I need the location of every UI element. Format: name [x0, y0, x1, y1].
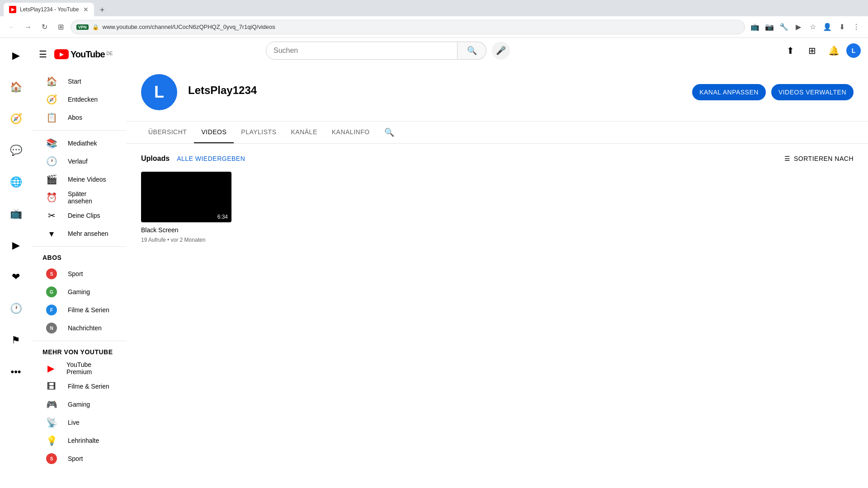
manage-videos-button[interactable]: VIDEOS VERWALTEN [771, 84, 854, 100]
apps-button[interactable]: ⊞ [803, 42, 821, 60]
channel-tabs: ÜBERSICHT VIDEOS PLAYLISTS KANÄLE KANALI… [127, 122, 868, 144]
topbar-right: ⬆ ⊞ 🔔 L [781, 42, 861, 60]
sidebar-item-meine-videos[interactable]: 🎬 Meine Videos [35, 170, 123, 188]
menu-button[interactable]: ⋮ [850, 21, 863, 33]
strip-item-history[interactable]: 🕐 [1, 293, 30, 324]
strip-item-heart[interactable]: ❤ [1, 261, 30, 293]
cast-button[interactable]: 📺 [749, 21, 761, 33]
profile-button[interactable]: 👤 [821, 21, 834, 33]
sidebar-mehr-section: MEHR VON YOUTUBE ▶ YouTube Premium 🎞 Fil… [32, 341, 127, 471]
play-all-button[interactable]: ALLE WIEDERGEBEN [177, 155, 245, 162]
vpn-badge: VPN [76, 24, 89, 30]
sidebar-item-verlauf[interactable]: 🕐 Verlauf [35, 152, 123, 170]
notifications-button[interactable]: 🔔 [825, 42, 843, 60]
sort-button[interactable]: ☰ SORTIEREN NACH [784, 155, 854, 162]
sidebar-item-abos[interactable]: 📋 Abos [35, 108, 123, 127]
screenshot-button[interactable]: 📷 [763, 21, 776, 33]
sidebar-item-mehr-ansehen[interactable]: ▾ Mehr ansehen [35, 225, 123, 243]
sidebar-label-lehrinhalte: Lehrinhalte [68, 437, 99, 444]
bookmark-button[interactable]: ☆ [807, 21, 819, 33]
sidebar-label-sport: Sport [68, 270, 83, 277]
sidebar-item-mediathek[interactable]: 📚 Mediathek [35, 134, 123, 152]
sidebar-item-live[interactable]: 📡 Live [35, 413, 123, 432]
address-bar[interactable]: VPN 🔒 www.youtube.com/channel/UCocN6zQPH… [71, 20, 745, 34]
video-card-0[interactable]: 6:34 Black Screen 19 Aufrufe • vor 2 Mon… [141, 172, 231, 247]
mehr-section-title: MEHR VON YOUTUBE [32, 345, 127, 359]
search-input-wrap[interactable] [266, 42, 458, 60]
tab-kanalinfo[interactable]: KANALINFO [325, 122, 377, 143]
history-icon: 🕐 [10, 304, 22, 314]
video-duration-0: 6:34 [216, 213, 230, 221]
video-views-0: 19 Aufrufe [141, 237, 166, 243]
sidebar-item-nachrichten[interactable]: N Nachrichten [35, 319, 123, 337]
extensions-button[interactable]: ⊞ [54, 21, 67, 33]
upload-button[interactable]: ⬆ [781, 42, 799, 60]
uploads-header: Uploads ALLE WIEDERGEBEN ☰ SORTIEREN NAC… [141, 155, 854, 163]
sidebar-label-spaeter: Später ansehen [68, 190, 112, 205]
channel-header: L LetsPlay1234 KANAL ANPASSEN VIDEOS VER… [127, 63, 868, 122]
play-button[interactable]: ▶ [792, 21, 805, 33]
yt-logo[interactable]: YouTube DE [54, 49, 113, 60]
sidebar-item-deine-clips[interactable]: ✂ Deine Clips [35, 206, 123, 225]
strip-item-home[interactable]: 🏠 [1, 71, 30, 103]
forward-button[interactable]: → [22, 21, 34, 33]
sidebar-item-start[interactable]: 🏠 Start [35, 72, 123, 90]
history-icon: 🕐 [46, 156, 57, 167]
sidebar-item-entdecken[interactable]: 🧭 Entdecken [35, 90, 123, 108]
my-videos-icon: 🎬 [46, 174, 57, 185]
tab-kanale[interactable]: KANÄLE [283, 122, 324, 143]
strip-item-logo[interactable]: ▶ [1, 40, 30, 71]
uploads-title: Uploads [141, 155, 170, 163]
sidebar-item-sport[interactable]: S Sport [35, 265, 123, 283]
sidebar-label-abos: Abos [68, 114, 82, 121]
sort-label: SORTIEREN NACH [794, 155, 854, 162]
yt-premium-icon: ▶ [46, 363, 56, 374]
tab-playlists[interactable]: PLAYLISTS [234, 122, 283, 143]
customize-channel-button[interactable]: KANAL ANPASSEN [692, 84, 766, 100]
strip-item-chat[interactable]: 💬 [1, 135, 30, 166]
sidebar-item-gaming2[interactable]: 🎮 Gaming [35, 395, 123, 413]
reload-button[interactable]: ↻ [38, 21, 51, 33]
channel-search-button[interactable]: 🔍 [381, 122, 398, 143]
strip-item-globe[interactable]: 🌐 [1, 166, 30, 198]
video-meta-0: 19 Aufrufe • vor 2 Monaten [141, 237, 231, 243]
sidebar-item-lehrinhalte[interactable]: 💡 Lehrinhalte [35, 432, 123, 450]
strip-item-more[interactable]: ••• [1, 356, 30, 388]
sidebar-label-entdecken: Entdecken [68, 96, 98, 103]
sidebar-item-filme-serien2[interactable]: 🎞 Filme & Serien [35, 377, 123, 395]
download-button[interactable]: ⬇ [835, 21, 848, 33]
search-bar: 🔍 🎤 [266, 42, 510, 60]
tab-bar: ▶ LetsPlay1234 - YouTube ✕ + [0, 0, 868, 16]
extension-button[interactable]: 🔧 [778, 21, 790, 33]
strip-item-flag[interactable]: ⚑ [1, 324, 30, 356]
strip-item-explore[interactable]: 🧭 [1, 103, 30, 135]
sidebar-label-gaming2: Gaming [68, 401, 90, 408]
left-icon-strip: ▶ 🏠 🧭 💬 🌐 📺 ▶ ❤ 🕐 [0, 38, 32, 488]
search-button[interactable]: 🔍 [458, 42, 486, 60]
sidebar-label-mediathek: Mediathek [68, 140, 97, 147]
active-tab[interactable]: ▶ LetsPlay1234 - YouTube ✕ [4, 3, 94, 16]
strip-item-tv[interactable]: 📺 [1, 198, 30, 230]
sidebar-item-filme-serien[interactable]: F Filme & Serien [35, 301, 123, 319]
search-input[interactable] [274, 47, 450, 55]
channel-info: LetsPlay1234 [188, 84, 681, 100]
sidebar-label-gaming: Gaming [68, 288, 90, 296]
sidebar-item-sport2[interactable]: S Sport [35, 450, 123, 468]
sidebar-item-spaeter-ansehen[interactable]: ⏰ Später ansehen [35, 188, 123, 206]
sort-icon: ☰ [784, 155, 791, 162]
tab-close-button[interactable]: ✕ [83, 6, 89, 13]
tab-ubersicht[interactable]: ÜBERSICHT [141, 122, 194, 143]
yt-logo-icon [54, 49, 69, 59]
yt-logo-icon-strip: ▶ [12, 51, 20, 61]
sidebar-hamburger[interactable]: ☰ [39, 49, 47, 60]
back-button[interactable]: ← [5, 21, 18, 33]
strip-item-play[interactable]: ▶ [1, 230, 30, 261]
mic-button[interactable]: 🎤 [492, 42, 510, 60]
library-icon: 📚 [46, 138, 57, 149]
new-tab-button[interactable]: + [96, 4, 108, 16]
sidebar-label-sport2: Sport [68, 455, 83, 462]
user-avatar[interactable]: L [846, 43, 861, 58]
sidebar-item-gaming[interactable]: G Gaming [35, 283, 123, 301]
sidebar-item-yt-premium[interactable]: ▶ YouTube Premium [35, 359, 123, 377]
tab-videos[interactable]: VIDEOS [194, 122, 234, 143]
